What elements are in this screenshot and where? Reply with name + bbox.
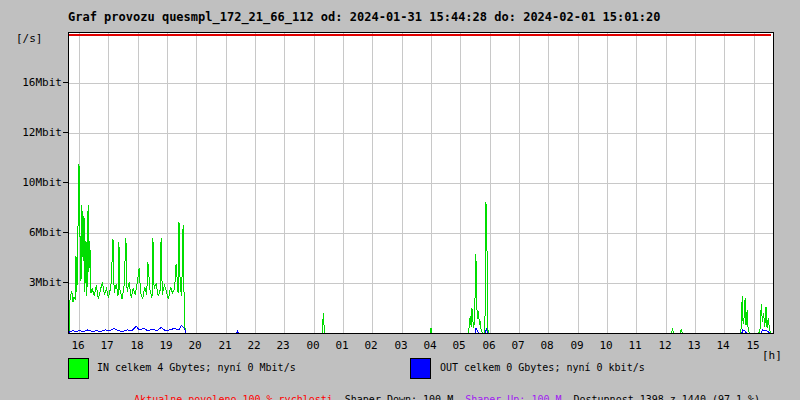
traffic-plot-svg <box>69 33 773 333</box>
shaper-up-text: Shaper Up: 100 M <box>465 394 561 400</box>
x-tick-label: 12 <box>652 340 678 351</box>
x-tick-label: 06 <box>476 340 502 351</box>
legend-in-swatch <box>68 358 89 379</box>
y-tick-label: 6Mbit <box>0 227 62 238</box>
x-tick-label: 07 <box>505 340 531 351</box>
traffic-graph-window: Graf provozu quesmpl_172_21_66_112 od: 2… <box>0 0 800 400</box>
shaper-down-text: Shaper Down: 100 M <box>345 394 453 400</box>
y-axis-tick <box>63 182 68 183</box>
x-tick-label: 09 <box>564 340 590 351</box>
x-tick-label: 08 <box>534 340 560 351</box>
series-out-line <box>69 325 770 333</box>
y-tick-label: 12Mbit <box>0 127 62 138</box>
y-axis-tick <box>63 282 68 283</box>
y-tick-label: 3Mbit <box>0 277 62 288</box>
legend-out-swatch <box>410 358 431 379</box>
x-tick-label: 02 <box>358 340 384 351</box>
y-axis-tick <box>63 232 68 233</box>
y-axis-unit-label: [/s] <box>16 32 43 45</box>
x-tick-label: 01 <box>329 340 355 351</box>
x-tick-label: 10 <box>593 340 619 351</box>
legend-in-label: IN celkem 4 Gbytes; nyní 0 Mbit/s <box>97 362 296 373</box>
y-tick-label: 10Mbit <box>0 177 62 188</box>
x-tick-label: 11 <box>622 340 648 351</box>
footer-status-row: Aktualne povoleno 100 % rychlostiShaper … <box>110 383 772 400</box>
x-tick-label: 00 <box>300 340 326 351</box>
y-axis-tick <box>63 82 68 83</box>
x-tick-label: 16 <box>65 340 91 351</box>
allowed-speed-text: Aktualne povoleno 100 % rychlosti <box>134 394 333 400</box>
availability-text: Dostupnost 1398 z 1440 (97.1 %) <box>573 394 760 400</box>
x-tick-label: 05 <box>446 340 472 351</box>
x-tick-label: 13 <box>681 340 707 351</box>
x-tick-label: 19 <box>153 340 179 351</box>
x-tick-label: 23 <box>270 340 296 351</box>
x-tick-label: 22 <box>241 340 267 351</box>
x-tick-label: 04 <box>417 340 443 351</box>
x-tick-label: 17 <box>94 340 120 351</box>
x-tick-label: 20 <box>182 340 208 351</box>
series-in-line <box>69 164 771 333</box>
graph-title: Graf provozu quesmpl_172_21_66_112 od: 2… <box>68 10 660 24</box>
x-tick-label: 18 <box>124 340 150 351</box>
x-tick-label: 14 <box>710 340 736 351</box>
x-axis-unit-label: [h] <box>762 349 782 362</box>
legend-out-label: OUT celkem 0 Gbytes; nyní 0 kbit/s <box>440 362 645 373</box>
x-tick-label: 21 <box>212 340 238 351</box>
plot-area <box>68 32 774 334</box>
y-axis-tick <box>63 132 68 133</box>
y-tick-label: 16Mbit <box>0 77 62 88</box>
x-tick-label: 03 <box>388 340 414 351</box>
